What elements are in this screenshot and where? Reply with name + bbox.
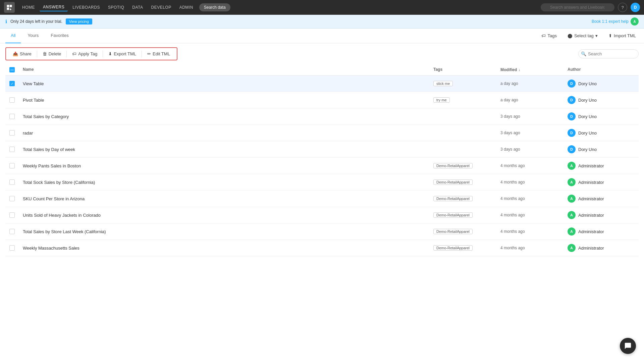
row-checkbox[interactable] xyxy=(9,229,23,234)
table-search-input[interactable] xyxy=(578,49,639,58)
table-row: Weekly Pants Sales in Boston Demo-Retail… xyxy=(5,158,639,174)
row-checkbox[interactable] xyxy=(9,245,23,251)
book-help-link[interactable]: Book 1:1 expert help A xyxy=(592,17,639,25)
row-name[interactable]: View Table xyxy=(23,81,433,86)
row-name[interactable]: Units Sold of Heavy Jackets in Colorado xyxy=(23,213,433,218)
header-checkbox[interactable]: — xyxy=(9,67,15,72)
tag-badge[interactable]: Demo-RetailApparel xyxy=(433,212,473,218)
row-checkbox[interactable] xyxy=(9,163,23,168)
row-name[interactable]: Total Sales by Store Last Week (Californ… xyxy=(23,229,433,234)
tags-button[interactable]: 🏷 Tags xyxy=(539,32,559,40)
select-tag-button[interactable]: ⬤ Select tag ▾ xyxy=(565,32,600,40)
row-name[interactable]: Total Sock Sales by Store (California) xyxy=(23,180,433,185)
row-author: A Administrator xyxy=(568,162,635,170)
row-tags: Demo-RetailApparel xyxy=(433,212,500,218)
author-avatar: A xyxy=(568,195,576,203)
export-icon: ⬇ xyxy=(108,51,112,56)
nav-answers[interactable]: ANSWERS xyxy=(40,3,68,11)
author-name: Administrator xyxy=(578,246,604,251)
row-modified: 4 months ago xyxy=(500,246,568,250)
row-author: A Administrator xyxy=(568,244,635,252)
row-author: D Dory Uno xyxy=(568,145,635,153)
row-modified: 3 days ago xyxy=(500,114,568,119)
trial-message: Only 24 days left in your trial. xyxy=(10,19,62,24)
author-name: Administrator xyxy=(578,229,604,234)
export-tml-button[interactable]: ⬇ Export TML xyxy=(105,50,140,58)
search-data-button[interactable]: Search data xyxy=(199,3,230,11)
tab-yours[interactable]: Yours xyxy=(22,29,44,43)
author-name: Dory Uno xyxy=(578,81,597,86)
table-row: SKU Count Per Store in Arizona Demo-Reta… xyxy=(5,191,639,207)
row-modified: a day ago xyxy=(500,98,568,102)
row-checkbox[interactable] xyxy=(9,147,23,152)
row-checkbox[interactable] xyxy=(9,179,23,185)
tag-badge[interactable]: Demo-RetailApparel xyxy=(433,245,473,251)
row-modified: 4 months ago xyxy=(500,213,568,217)
column-tags: Tags xyxy=(433,67,500,72)
row-author: A Administrator xyxy=(568,178,635,186)
tag-badge[interactable]: Demo-RetailApparel xyxy=(433,196,473,201)
tag-badge[interactable]: Demo-RetailApparel xyxy=(433,229,473,234)
logo[interactable] xyxy=(4,2,15,13)
import-tml-button[interactable]: ⬆ Import TML xyxy=(606,32,639,40)
row-name[interactable]: SKU Count Per Store in Arizona xyxy=(23,196,433,201)
sort-icon: ↓ xyxy=(518,67,520,72)
nav-admin[interactable]: ADMIN xyxy=(176,4,197,11)
author-avatar: D xyxy=(568,80,576,88)
author-avatar: A xyxy=(568,162,576,170)
toolbar-actions-group: 📤 Share 🗑 Delete 🏷 Apply Tag ⬇ Export TM… xyxy=(5,47,177,60)
table-row: Total Sales by Store Last Week (Californ… xyxy=(5,223,639,240)
row-name[interactable]: Total Sales by Day of week xyxy=(23,147,433,152)
row-name[interactable]: Weekly Pants Sales in Boston xyxy=(23,163,433,168)
apply-tag-button[interactable]: 🏷 Apply Tag xyxy=(69,50,101,58)
row-checkbox[interactable] xyxy=(9,212,23,218)
row-author: D Dory Uno xyxy=(568,80,635,88)
nav-home[interactable]: HOME xyxy=(19,4,38,11)
row-author: D Dory Uno xyxy=(568,112,635,120)
nav-liveboards[interactable]: LIVEBOARDS xyxy=(69,4,103,11)
nav-develop[interactable]: DEVELOP xyxy=(148,4,174,11)
row-author: D Dory Uno xyxy=(568,129,635,137)
row-modified: 4 months ago xyxy=(500,196,568,201)
tag-badge[interactable]: try me xyxy=(433,97,450,103)
row-modified: 4 months ago xyxy=(500,163,568,168)
row-name[interactable]: Weekly Massachusetts Sales xyxy=(23,246,433,251)
nav-data[interactable]: DATA xyxy=(129,4,146,11)
help-button[interactable]: ? xyxy=(618,3,627,12)
row-checkbox[interactable] xyxy=(9,114,23,119)
row-checkbox[interactable]: ✓ xyxy=(9,81,23,86)
row-checkbox[interactable] xyxy=(9,130,23,136)
edit-tml-button[interactable]: ✏ Edit TML xyxy=(144,50,173,58)
author-name: Administrator xyxy=(578,180,604,185)
row-name[interactable]: Total Sales by Category xyxy=(23,114,433,119)
author-avatar: D xyxy=(568,145,576,153)
column-author: Author xyxy=(568,67,635,72)
row-name[interactable]: Pivot Table xyxy=(23,98,433,103)
author-avatar: D xyxy=(568,96,576,104)
tag-badge[interactable]: Demo-RetailApparel xyxy=(433,163,473,168)
row-checkbox[interactable] xyxy=(9,97,23,103)
global-search-input[interactable] xyxy=(541,3,614,11)
table-row: radar 3 days ago D Dory Uno xyxy=(5,125,639,141)
view-pricing-button[interactable]: View pricing xyxy=(66,18,92,24)
tab-favorites[interactable]: Favorites xyxy=(45,29,74,43)
delete-icon: 🗑 xyxy=(43,51,47,56)
row-name[interactable]: radar xyxy=(23,131,433,136)
column-modified[interactable]: Modified ↓ xyxy=(500,67,568,72)
user-avatar-top[interactable]: D xyxy=(631,3,640,12)
table-search-wrapper: 🔍 xyxy=(578,49,639,58)
author-avatar: A xyxy=(568,227,576,236)
row-tags: Demo-RetailApparel xyxy=(433,245,500,251)
tag-badge[interactable]: stick me xyxy=(433,81,453,86)
author-avatar: D xyxy=(568,129,576,137)
tag-badge[interactable]: Demo-RetailApparel xyxy=(433,179,473,185)
select-all-checkbox[interactable]: — xyxy=(9,67,23,72)
share-button[interactable]: 📤 Share xyxy=(9,50,35,58)
select-tag-label: Select tag xyxy=(574,33,594,38)
tab-all[interactable]: All xyxy=(5,29,21,43)
chat-widget-button[interactable] xyxy=(620,338,636,354)
delete-button[interactable]: 🗑 Delete xyxy=(39,50,65,58)
row-modified: 4 months ago xyxy=(500,229,568,234)
row-checkbox[interactable] xyxy=(9,196,23,201)
nav-spotiq[interactable]: SPOTIQ xyxy=(105,4,127,11)
